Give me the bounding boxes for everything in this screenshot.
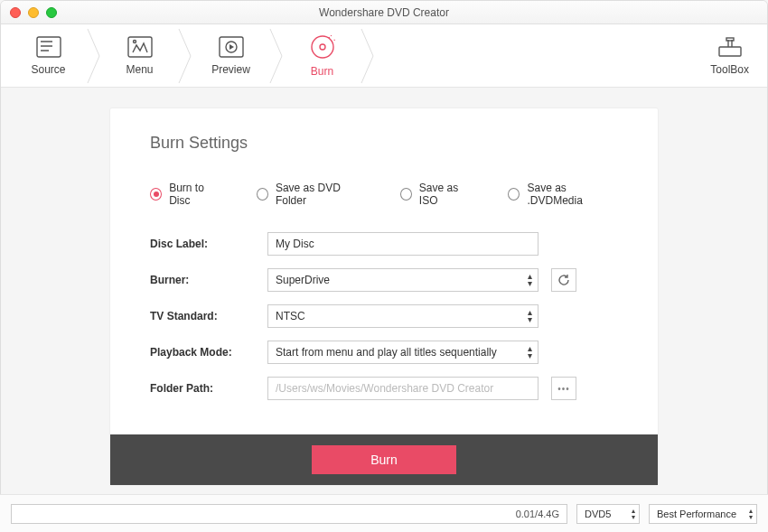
panel-title: Burn Settings bbox=[150, 134, 618, 153]
quality-value: Best Performance bbox=[657, 509, 736, 519]
refresh-burner-button[interactable] bbox=[551, 268, 576, 292]
step-menu[interactable]: Menu bbox=[101, 24, 178, 87]
capacity-text: 0.01/4.4G bbox=[516, 509, 559, 519]
maximize-window-button[interactable] bbox=[46, 7, 57, 18]
radio-label: Save as .DVDMedia bbox=[527, 182, 618, 207]
capacity-bar: 0.01/4.4G bbox=[11, 504, 567, 524]
burn-button[interactable]: Burn bbox=[312, 445, 456, 474]
step-menu-label: Menu bbox=[126, 63, 153, 76]
disc-type-select[interactable]: DVD5 ▴▾ bbox=[576, 504, 640, 524]
svg-point-9 bbox=[312, 36, 333, 58]
step-burn[interactable]: Burn bbox=[284, 24, 361, 87]
svg-rect-13 bbox=[719, 47, 741, 56]
main-area: Burn Settings Burn to Disc Save as DVD F… bbox=[1, 88, 767, 486]
ellipsis-icon: ••• bbox=[557, 384, 570, 394]
minimize-window-button[interactable] bbox=[28, 7, 39, 18]
playback-mode-value: Start from menu and play all titles sequ… bbox=[276, 346, 497, 359]
updown-icon: ▴▾ bbox=[632, 508, 635, 520]
radio-icon bbox=[150, 188, 162, 201]
window-title: Wondershare DVD Creator bbox=[1, 6, 767, 19]
burn-settings-panel: Burn Settings Burn to Disc Save as DVD F… bbox=[109, 107, 659, 486]
quality-select[interactable]: Best Performance ▴▾ bbox=[649, 504, 757, 524]
step-source[interactable]: Source bbox=[10, 24, 87, 87]
svg-point-5 bbox=[133, 40, 136, 42]
radio-save-dvd-folder[interactable]: Save as DVD Folder bbox=[257, 182, 368, 207]
svg-line-11 bbox=[329, 34, 332, 38]
burner-select[interactable]: SuperDrive ▴▾ bbox=[267, 268, 539, 292]
disc-label-label: Disc Label: bbox=[150, 238, 267, 250]
tv-standard-value: NTSC bbox=[276, 310, 305, 322]
radio-burn-to-disc[interactable]: Burn to Disc bbox=[150, 182, 224, 207]
chevron-icon bbox=[269, 24, 284, 88]
svg-rect-4 bbox=[128, 37, 152, 57]
folder-path-label: Folder Path: bbox=[150, 382, 267, 395]
burn-icon bbox=[310, 34, 335, 60]
chevron-icon bbox=[87, 24, 101, 88]
refresh-icon bbox=[557, 274, 570, 286]
toolbox-label: ToolBox bbox=[710, 63, 749, 76]
folder-path-input bbox=[267, 377, 539, 400]
chevron-icon bbox=[178, 24, 192, 88]
updown-icon: ▴▾ bbox=[749, 508, 753, 520]
svg-rect-16 bbox=[726, 38, 734, 41]
preview-icon bbox=[219, 36, 244, 58]
disc-label-input[interactable] bbox=[267, 232, 539, 256]
step-preview-label: Preview bbox=[211, 63, 250, 76]
tv-standard-label: TV Standard: bbox=[150, 310, 267, 322]
burner-value: SuperDrive bbox=[276, 274, 330, 286]
disc-type-value: DVD5 bbox=[585, 509, 611, 519]
radio-label: Burn to Disc bbox=[169, 182, 224, 207]
svg-marker-8 bbox=[229, 44, 234, 50]
updown-icon: ▴▾ bbox=[528, 309, 532, 323]
status-bar: 0.01/4.4G DVD5 ▴▾ Best Performance ▴▾ bbox=[0, 494, 768, 532]
burner-label: Burner: bbox=[150, 274, 267, 286]
updown-icon: ▴▾ bbox=[528, 273, 532, 287]
toolbox-button[interactable]: ToolBox bbox=[710, 36, 749, 76]
updown-icon: ▴▾ bbox=[528, 345, 532, 359]
radio-save-iso[interactable]: Save as ISO bbox=[400, 182, 476, 207]
menu-icon bbox=[127, 36, 153, 58]
source-icon bbox=[36, 36, 61, 58]
tv-standard-select[interactable]: NTSC ▴▾ bbox=[267, 304, 539, 328]
output-mode-radios: Burn to Disc Save as DVD Folder Save as … bbox=[150, 182, 618, 207]
radio-icon bbox=[508, 188, 520, 201]
step-navigation: Source Menu Preview Burn ToolBox bbox=[1, 24, 767, 88]
step-burn-label: Burn bbox=[311, 65, 333, 78]
radio-icon bbox=[257, 188, 268, 201]
radio-save-dvdmedia[interactable]: Save as .DVDMedia bbox=[508, 182, 618, 207]
playback-mode-label: Playback Mode: bbox=[150, 346, 267, 359]
svg-point-10 bbox=[320, 44, 325, 50]
step-preview[interactable]: Preview bbox=[192, 24, 269, 87]
radio-label: Save as DVD Folder bbox=[276, 182, 368, 207]
panel-footer: Burn bbox=[110, 434, 658, 485]
chevron-icon bbox=[361, 24, 375, 88]
window-titlebar: Wondershare DVD Creator bbox=[1, 1, 767, 24]
step-source-label: Source bbox=[31, 63, 65, 76]
svg-rect-0 bbox=[37, 37, 61, 57]
playback-mode-select[interactable]: Start from menu and play all titles sequ… bbox=[267, 341, 539, 364]
toolbox-icon bbox=[717, 36, 743, 58]
close-window-button[interactable] bbox=[10, 7, 21, 18]
svg-line-12 bbox=[332, 40, 335, 42]
browse-folder-button[interactable]: ••• bbox=[551, 377, 576, 400]
radio-label: Save as ISO bbox=[419, 182, 476, 207]
radio-icon bbox=[400, 188, 412, 201]
